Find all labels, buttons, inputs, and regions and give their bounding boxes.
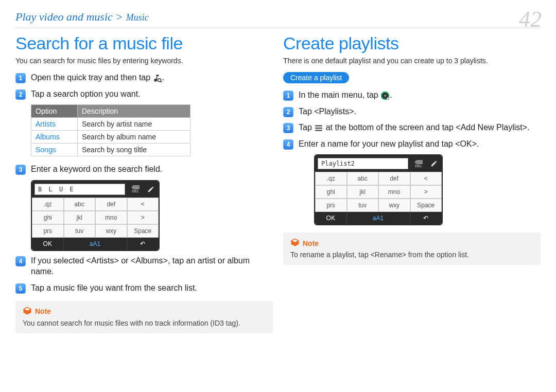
table-row: SongsSearch by song tiltle — [31, 144, 190, 156]
breadcrumb-sub: Music — [126, 12, 149, 23]
cell-desc: Search by album name — [78, 131, 190, 144]
delete-icon: DEL — [411, 155, 426, 172]
cell-desc: Search by song tiltle — [78, 144, 190, 156]
keypad-key: < — [410, 172, 442, 185]
section-title-search: Search for a music file — [15, 33, 273, 54]
keypad-key: tuv — [347, 199, 379, 212]
cell-opt: Artists — [31, 118, 78, 131]
step-text-tail: . — [390, 91, 392, 99]
step-text: Tap <Playlists>. — [299, 107, 356, 116]
step-4-left: 4 If you selected <Artists> or <Albums>,… — [15, 255, 273, 277]
step-2-left: 2 Tap a search option you want. — [15, 88, 273, 100]
step-badge: 2 — [15, 90, 26, 100]
note-box-right: Note To rename a playlist, tap <Rename> … — [283, 233, 541, 265]
keypad-key: Space — [410, 199, 442, 212]
menu-lines-icon — [314, 123, 323, 133]
keypad-key: tuv — [64, 224, 96, 238]
step-text: In the main menu, tap — [299, 91, 380, 99]
note-label: Note — [23, 306, 51, 317]
cube-icon — [23, 306, 32, 317]
keypad-illustration-left: B L U E DEL .qz abc def < ghi jkl mno > … — [31, 180, 160, 251]
section-title-playlists: Create playlists — [283, 33, 541, 54]
keypad-ok: OK — [32, 238, 64, 250]
note-text: You cannot search for music files with n… — [23, 319, 266, 327]
keypad-illustration-right: Playlist2 DEL .qz abc def < ghi jkl mno … — [314, 154, 443, 225]
step-5-left: 5 Tap a music file you want from the sea… — [15, 282, 273, 294]
table-row: AlbumsSearch by album name — [31, 131, 190, 144]
keypad-key: mno — [378, 185, 410, 199]
options-table: Option Description ArtistsSearch by arti… — [31, 104, 190, 156]
table-head-option: Option — [31, 105, 78, 118]
keypad-key: > — [410, 185, 442, 199]
right-column: Create playlists There is one default pl… — [283, 33, 541, 333]
step-text: Tap a search option you want. — [31, 90, 141, 98]
step-badge: 4 — [283, 139, 293, 150]
cell-opt: Albums — [31, 131, 78, 144]
step-badge: 4 — [15, 256, 26, 266]
keypad-key: prs — [315, 199, 347, 212]
cube-icon — [290, 238, 300, 248]
note-label: Note — [290, 238, 319, 248]
step-badge: 3 — [15, 165, 26, 175]
keypad-key: abc — [64, 198, 96, 211]
pencil-icon — [143, 181, 159, 198]
step-3-right: 3 Tap at the bottom of the screen and ta… — [283, 122, 541, 133]
keypad-key: def — [378, 172, 410, 185]
keypad-key: wxy — [95, 224, 127, 238]
music-search-icon — [153, 74, 162, 83]
divider — [15, 28, 541, 28]
step-1-left: 1 Open the quick tray and then tap . — [15, 72, 273, 83]
section-intro-playlists: There is one default playlist and you ca… — [283, 57, 541, 65]
keypad-key: .qz — [315, 172, 347, 185]
note-label-text: Note — [303, 239, 319, 247]
back-icon: ↶ — [127, 238, 159, 250]
keypad-ok: OK — [315, 212, 347, 224]
music-app-icon — [380, 91, 390, 100]
step-text-tail: . — [162, 73, 164, 82]
cell-desc: Search by artist name — [78, 118, 190, 131]
table-row: ArtistsSearch by artist name — [31, 118, 190, 131]
keypad-key: def — [95, 198, 127, 211]
step-text: Tap — [299, 123, 314, 132]
cell-opt: Songs — [31, 144, 78, 156]
keypad-mode: aA1 — [347, 212, 410, 224]
keypad-key: .qz — [32, 198, 64, 211]
breadcrumb: Play video and music > Music — [15, 10, 541, 24]
pencil-icon — [426, 155, 442, 172]
step-text: Tap a music file you want from the searc… — [31, 283, 197, 292]
keypad-key: < — [127, 198, 159, 211]
keypad-key: > — [127, 211, 159, 224]
step-1-right: 1 In the main menu, tap . — [283, 90, 541, 101]
section-intro-search: You can search for music files by enteri… — [15, 57, 273, 65]
step-badge: 2 — [283, 107, 293, 117]
keypad-key: abc — [347, 172, 379, 185]
svg-point-0 — [158, 79, 161, 82]
keypad-key: wxy — [378, 199, 410, 212]
step-badge: 1 — [283, 91, 293, 101]
keypad-key: jkl — [64, 211, 96, 224]
svg-line-1 — [161, 81, 162, 82]
keypad-key: ghi — [32, 211, 64, 224]
keypad-input: Playlist2 — [318, 158, 408, 169]
step-2-right: 2 Tap <Playlists>. — [283, 106, 541, 117]
step-text: If you selected <Artists> or <Albums>, t… — [31, 256, 250, 276]
delete-icon: DEL — [128, 181, 143, 198]
table-head-desc: Description — [78, 105, 190, 118]
note-box-left: Note You cannot search for music files w… — [15, 301, 273, 333]
step-badge: 1 — [15, 73, 26, 83]
svg-point-4 — [385, 95, 386, 96]
step-text: Enter a name for your new playlist and t… — [299, 139, 479, 148]
note-text: To rename a playlist, tap <Rename> from … — [290, 251, 533, 259]
keypad-mode: aA1 — [64, 238, 127, 250]
left-column: Search for a music file You can search f… — [15, 33, 273, 333]
keypad-key: ghi — [315, 185, 347, 199]
keypad-key: prs — [32, 224, 64, 238]
step-badge: 3 — [283, 123, 293, 133]
note-label-text: Note — [35, 307, 51, 315]
step-3-left: 3 Enter a keyword on the search field. — [15, 164, 273, 175]
keypad-key: mno — [95, 211, 127, 224]
keypad-key: Space — [127, 224, 159, 238]
step-text: Open the quick tray and then tap — [31, 73, 153, 82]
svg-point-5 — [387, 97, 389, 100]
back-icon: ↶ — [410, 212, 442, 224]
